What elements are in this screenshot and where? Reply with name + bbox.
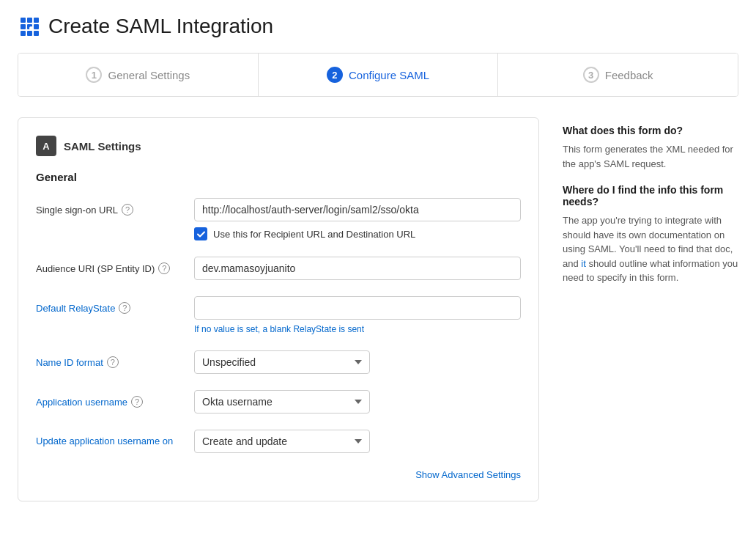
- name-id-format-row: Name ID format ? Unspecified EmailAddres…: [36, 350, 521, 374]
- update-username-row: Update application username on Create an…: [36, 430, 521, 453]
- audience-uri-row: Audience URI (SP Entity ID) ?: [36, 257, 521, 280]
- step-3-label: Feedback: [605, 69, 653, 81]
- app-username-label: Application username ?: [36, 396, 182, 408]
- page-title-text: Create SAML Integration: [48, 15, 273, 38]
- audience-uri-control: [194, 257, 521, 280]
- sidebar: What does this form do? This form genera…: [563, 117, 738, 298]
- step-1-num: 1: [86, 67, 102, 83]
- general-section-title: General: [36, 171, 521, 183]
- step-2-label: Configure SAML: [349, 69, 429, 81]
- update-username-label: Update application username on: [36, 435, 182, 446]
- saml-settings-card: A SAML Settings General Single sign-on U…: [18, 117, 539, 501]
- step-1-label: General Settings: [108, 69, 190, 81]
- audience-uri-label: Audience URI (SP Entity ID) ?: [36, 262, 182, 274]
- sso-url-help-icon[interactable]: ?: [122, 204, 133, 216]
- page-title-section: Create SAML Integration: [18, 15, 738, 38]
- recipient-url-checkbox-row: Use this for Recipient URL and Destinati…: [194, 227, 521, 240]
- step-3-num: 3: [583, 67, 599, 83]
- name-id-format-label: Name ID format ?: [36, 356, 182, 368]
- app-grid-icon: [18, 15, 41, 38]
- sso-url-row: Single sign-on URL ? Use this for Recipi…: [36, 198, 521, 240]
- sidebar-p1: This form generates the XML needed for t…: [563, 142, 738, 171]
- sso-url-label-col: Single sign-on URL ?: [36, 198, 182, 216]
- name-id-format-select[interactable]: Unspecified EmailAddress X509SubjectName…: [194, 350, 370, 374]
- card-header: A SAML Settings: [36, 136, 521, 156]
- main-layout: A SAML Settings General Single sign-on U…: [18, 117, 738, 501]
- recipient-url-checkbox[interactable]: [194, 227, 207, 240]
- relay-state-control: If no value is set, a blank RelayState i…: [194, 296, 521, 334]
- card-title: SAML Settings: [64, 140, 141, 152]
- update-username-control: Create and update Create only: [194, 430, 521, 453]
- step-configure-saml[interactable]: 2 Configure SAML: [259, 54, 499, 96]
- sso-url-control: Use this for Recipient URL and Destinati…: [194, 198, 521, 240]
- app-username-label-col: Application username ?: [36, 390, 182, 408]
- relay-state-hint: If no value is set, a blank RelayState i…: [194, 324, 521, 334]
- advanced-settings-section: Show Advanced Settings: [36, 469, 521, 483]
- step-general-settings[interactable]: 1 General Settings: [18, 54, 259, 96]
- audience-uri-help-icon[interactable]: ?: [158, 262, 170, 274]
- show-advanced-settings-link[interactable]: Show Advanced Settings: [415, 469, 521, 480]
- sidebar-q1: What does this form do?: [563, 125, 738, 136]
- app-username-help-icon[interactable]: ?: [131, 396, 143, 408]
- name-id-format-control: Unspecified EmailAddress X509SubjectName…: [194, 350, 521, 374]
- sidebar-p2: The app you're trying to integrate with …: [563, 213, 738, 285]
- relay-state-input[interactable]: [194, 296, 521, 320]
- card-badge: A: [36, 136, 56, 156]
- relay-state-label-col: Default RelayState ?: [36, 296, 182, 314]
- update-username-label-col: Update application username on: [36, 430, 182, 446]
- relay-state-row: Default RelayState ? If no value is set,…: [36, 296, 521, 334]
- app-username-row: Application username ? Okta username Ema…: [36, 390, 521, 414]
- audience-uri-input[interactable]: [194, 257, 521, 280]
- sso-url-input[interactable]: [194, 198, 521, 221]
- step-feedback[interactable]: 3 Feedback: [498, 54, 738, 96]
- update-username-select[interactable]: Create and update Create only: [194, 430, 370, 453]
- app-username-select[interactable]: Okta username Email Custom: [194, 390, 370, 414]
- audience-uri-label-col: Audience URI (SP Entity ID) ?: [36, 257, 182, 274]
- recipient-url-checkbox-label: Use this for Recipient URL and Destinati…: [213, 229, 415, 240]
- steps-bar: 1 General Settings 2 Configure SAML 3 Fe…: [18, 53, 738, 97]
- sso-url-label: Single sign-on URL ?: [36, 204, 182, 216]
- name-id-format-label-col: Name ID format ?: [36, 350, 182, 368]
- app-username-control: Okta username Email Custom: [194, 390, 521, 414]
- relay-state-help-icon[interactable]: ?: [119, 302, 130, 314]
- step-2-num: 2: [327, 67, 343, 83]
- sidebar-q2: Where do I find the info this form needs…: [563, 184, 738, 207]
- relay-state-label: Default RelayState ?: [36, 302, 182, 314]
- name-id-format-help-icon[interactable]: ?: [107, 356, 119, 368]
